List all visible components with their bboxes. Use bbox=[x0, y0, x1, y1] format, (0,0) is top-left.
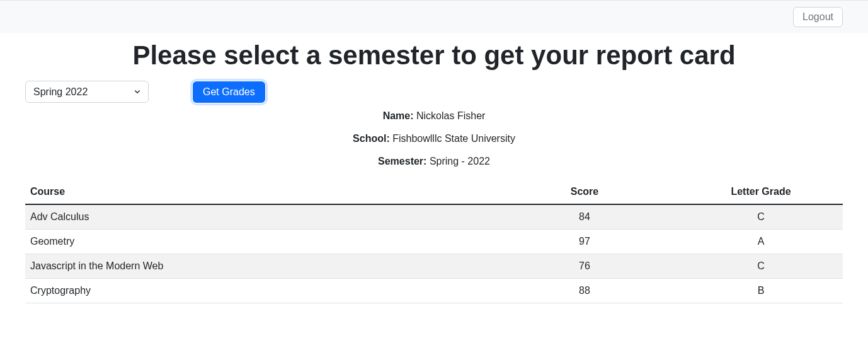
student-info: Name: Nickolas Fisher School: Fishbowlll… bbox=[25, 110, 843, 167]
cell-course: Geometry bbox=[25, 230, 490, 254]
cell-letter: A bbox=[679, 230, 843, 254]
controls-row: Spring 2022 Get Grades bbox=[25, 81, 843, 103]
cell-course: Javascript in the Modern Web bbox=[25, 254, 490, 279]
cell-course: Adv Calculus bbox=[25, 204, 490, 230]
student-name-line: Name: Nickolas Fisher bbox=[25, 110, 843, 122]
student-semester: Spring - 2022 bbox=[430, 156, 490, 166]
table-row: Geometry 97 A bbox=[25, 230, 843, 254]
page-title: Please select a semester to get your rep… bbox=[25, 40, 843, 71]
cell-letter: C bbox=[679, 204, 843, 230]
table-row: Javascript in the Modern Web 76 C bbox=[25, 254, 843, 279]
table-header-row: Course Score Letter Grade bbox=[25, 180, 843, 204]
cell-score: 88 bbox=[490, 279, 679, 303]
cell-score: 76 bbox=[490, 254, 679, 279]
col-header-course: Course bbox=[25, 180, 490, 204]
school-label: School: bbox=[353, 133, 390, 144]
semester-select-wrap: Spring 2022 bbox=[25, 81, 149, 103]
cell-course: Cryptography bbox=[25, 279, 490, 303]
student-name: Nickolas Fisher bbox=[416, 110, 485, 121]
top-bar: Logout bbox=[0, 0, 868, 34]
cell-score: 97 bbox=[490, 230, 679, 254]
cell-letter: C bbox=[679, 254, 843, 279]
logout-button[interactable]: Logout bbox=[793, 7, 843, 27]
cell-letter: B bbox=[679, 279, 843, 303]
semester-label: Semester: bbox=[378, 156, 426, 166]
col-header-letter: Letter Grade bbox=[679, 180, 843, 204]
student-school: Fishbowlllc State University bbox=[392, 133, 515, 144]
get-grades-button[interactable]: Get Grades bbox=[193, 81, 265, 103]
col-header-score: Score bbox=[490, 180, 679, 204]
grades-table: Course Score Letter Grade Adv Calculus 8… bbox=[25, 180, 843, 303]
student-semester-line: Semester: Spring - 2022 bbox=[25, 156, 843, 167]
table-body: Adv Calculus 84 C Geometry 97 A Javascri… bbox=[25, 204, 843, 303]
name-label: Name: bbox=[383, 110, 414, 121]
cell-score: 84 bbox=[490, 204, 679, 230]
table-row: Adv Calculus 84 C bbox=[25, 204, 843, 230]
student-school-line: School: Fishbowlllc State University bbox=[25, 133, 843, 144]
table-row: Cryptography 88 B bbox=[25, 279, 843, 303]
semester-select[interactable]: Spring 2022 bbox=[25, 81, 149, 103]
main-container: Please select a semester to get your rep… bbox=[0, 40, 868, 303]
